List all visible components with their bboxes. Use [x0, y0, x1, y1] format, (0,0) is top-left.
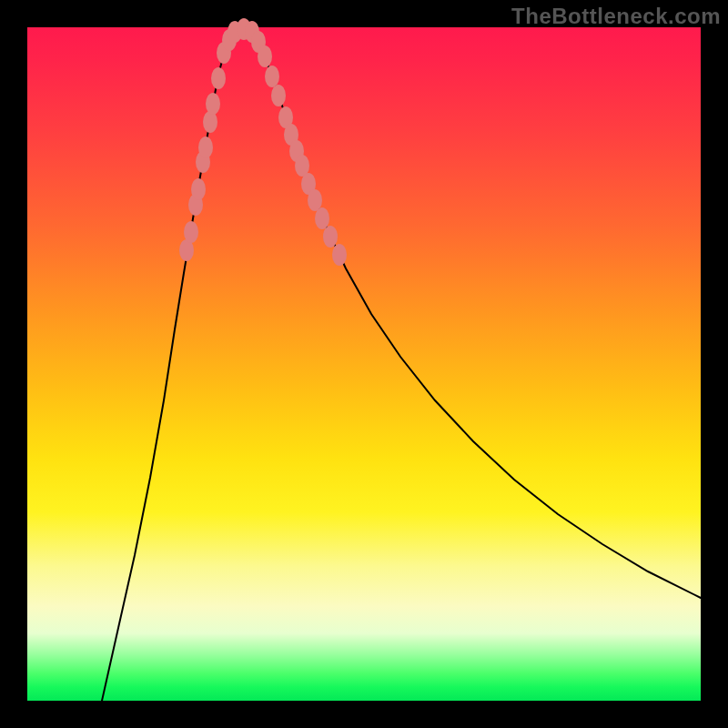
curve-marker [191, 178, 206, 200]
curve-marker [198, 136, 213, 158]
curve-marker [184, 221, 198, 243]
curve-marker [258, 46, 272, 67]
curve-marker [203, 111, 217, 133]
curve-marker [332, 244, 347, 266]
curve-marker [265, 66, 279, 87]
curve-marker [315, 207, 329, 229]
watermark: TheBottleneck.com [511, 4, 721, 29]
curve-svg [27, 27, 701, 701]
curve-marker [323, 226, 338, 248]
bottleneck-curve [102, 29, 701, 701]
curve-marker [211, 67, 226, 89]
curve-marker [271, 85, 286, 106]
markers [179, 18, 347, 266]
curve-marker [308, 189, 322, 211]
curve-marker [206, 93, 220, 115]
plot-area [27, 27, 701, 701]
frame: TheBottleneck.com [0, 0, 728, 728]
